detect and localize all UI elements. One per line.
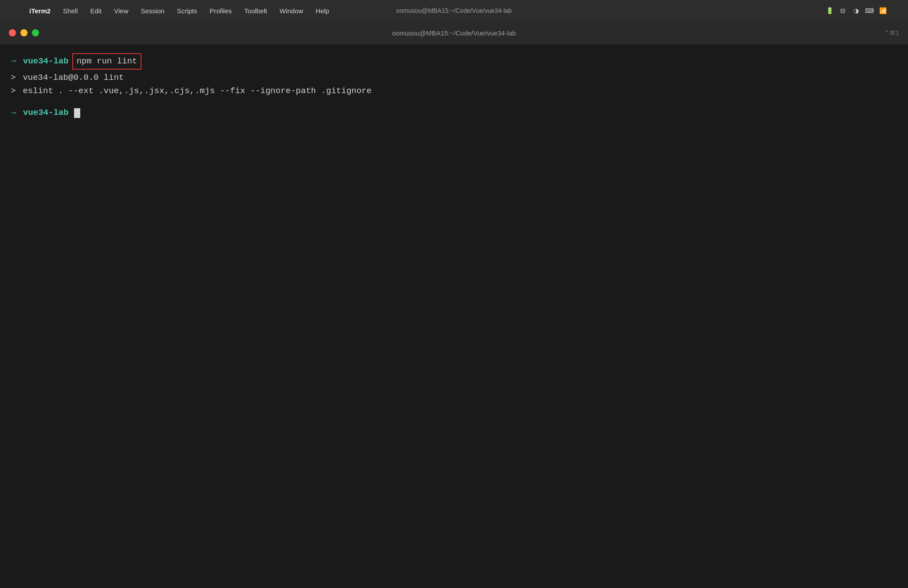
prompt-line-2: → vue34-lab (11, 106, 897, 120)
output-gt-1: > (11, 71, 16, 84)
maximize-button[interactable] (32, 29, 39, 36)
output-line-1: > vue34-lab@0.0.0 lint (11, 71, 897, 84)
clock-icon (891, 6, 901, 16)
output-text-2: eslint . --ext .vue,.js,.jsx,.cjs,.mjs -… (23, 85, 372, 98)
apple-menu-icon[interactable] (7, 0, 23, 21)
title-bar: oomusou@MBA15:~/Code/Vue/vue34-lab ⌃⌘1 (0, 21, 908, 44)
window-menu[interactable]: Window (274, 0, 309, 21)
terminal-window: oomusou@MBA15:~/Code/Vue/vue34-lab ⌃⌘1 →… (0, 21, 908, 588)
wifi-icon[interactable]: 📶 (878, 6, 888, 16)
keyboard-shortcut: ⌃⌘1 (884, 29, 899, 36)
battery-icon: 🔋 (825, 6, 834, 16)
help-menu[interactable]: Help (309, 0, 336, 21)
menubar-window-title: oomusou@MBA15:~/Code/Vue/vue34-lab (396, 7, 512, 14)
prompt-arrow-1: → (11, 55, 16, 68)
toolbelt-menu[interactable]: Toolbelt (238, 0, 274, 21)
highlighted-command: npm run lint (72, 53, 142, 70)
close-button[interactable] (9, 29, 16, 36)
prompt-arrow-2: → (11, 106, 16, 120)
prompt-dir-2: vue34-lab (23, 106, 69, 119)
menubar: iTerm2 Shell Edit View Session Scripts P… (0, 0, 908, 21)
cursor (74, 108, 80, 118)
output-text-1: vue34-lab@0.0.0 lint (23, 71, 124, 84)
view-menu[interactable]: View (108, 0, 134, 21)
prompt-dir-1: vue34-lab (23, 55, 69, 68)
minimize-button[interactable] (20, 29, 27, 36)
profiles-menu[interactable]: Profiles (204, 0, 238, 21)
app-name-menu[interactable]: iTerm2 (23, 0, 57, 21)
session-menu[interactable]: Session (135, 0, 171, 21)
window-title: oomusou@MBA15:~/Code/Vue/vue34-lab (392, 29, 516, 37)
traffic-lights (9, 29, 39, 36)
edit-menu[interactable]: Edit (84, 0, 108, 21)
terminal-content[interactable]: → vue34-lab npm run lint > vue34-lab@0.0… (0, 44, 908, 588)
brightness-icon[interactable]: ◑ (851, 6, 861, 16)
prompt-line-1: → vue34-lab npm run lint (11, 53, 897, 70)
output-gt-2: > (11, 85, 16, 98)
keyboard-brightness-icon[interactable]: ⌨ (865, 6, 874, 16)
output-line-2: > eslint . --ext .vue,.js,.jsx,.cjs,.mjs… (11, 85, 897, 98)
scripts-menu[interactable]: Scripts (171, 0, 204, 21)
shell-menu[interactable]: Shell (57, 0, 84, 21)
menubar-right-icons: 🔋 ⊟ ◑ ⌨ 📶 (825, 6, 901, 16)
control-center-icon[interactable]: ⊟ (838, 6, 848, 16)
